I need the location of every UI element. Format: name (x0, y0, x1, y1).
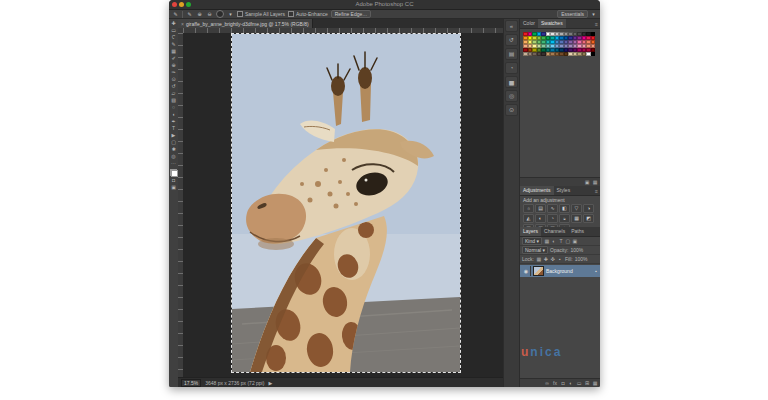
background-color-swatch[interactable] (171, 170, 178, 177)
type-tool-icon[interactable]: T (169, 125, 178, 132)
filter-smart-objects-icon[interactable]: ▣ (572, 238, 578, 245)
chevron-down-icon: ▾ (543, 247, 546, 253)
clone-source-panel-icon[interactable]: ⊙ (505, 104, 518, 116)
hand-tool-icon[interactable]: ✱ (169, 146, 178, 153)
exposure-icon[interactable]: ◧ (559, 204, 570, 213)
layer-visibility-eye-icon[interactable]: ◉ (522, 266, 531, 276)
zoom-tool-icon[interactable]: ◎ (169, 153, 178, 160)
blend-mode-dropdown[interactable]: Normal ▾ (522, 246, 548, 254)
history-panel-icon[interactable]: ↺ (505, 34, 518, 46)
brightness-contrast-icon[interactable]: ☼ (523, 204, 534, 213)
add-to-selection-icon[interactable]: ⊕ (196, 11, 203, 18)
tab-adjustments[interactable]: Adjustments (520, 186, 554, 195)
edit-toolbar-icon[interactable]: ⋯ (169, 160, 178, 167)
curves-icon[interactable]: ∿ (547, 204, 558, 213)
tab-paths[interactable]: Paths (568, 227, 587, 236)
layer-row-background[interactable]: ◉ Background ▪ (520, 265, 600, 277)
move-tool-icon[interactable]: ✚ (169, 20, 178, 27)
lock-position-icon[interactable]: ✜ (550, 256, 556, 263)
levels-icon[interactable]: ▤ (535, 204, 546, 213)
brush-dropdown-icon[interactable]: ▾ (227, 11, 234, 18)
workspace-dropdown-icon[interactable]: ▾ (590, 11, 597, 18)
color-lookup-icon[interactable]: ▦ (571, 214, 582, 223)
tab-swatches[interactable]: Swatches (538, 19, 566, 28)
shape-tool-icon[interactable]: ▢ (169, 139, 178, 146)
filter-shape-layers-icon[interactable]: ▢ (565, 238, 571, 245)
clone-stamp-tool-icon[interactable]: ⊙ (169, 76, 178, 83)
brush-size-picker[interactable] (216, 10, 224, 18)
panel-menu-icon[interactable]: ≡ (595, 21, 600, 27)
brush-tool-icon[interactable]: ✑ (169, 69, 178, 76)
filter-pixel-layers-icon[interactable]: ▦ (544, 238, 550, 245)
hue-saturation-icon[interactable]: ◑ (583, 204, 594, 213)
auto-enhance-checkbox[interactable]: Auto-Enhance (288, 11, 328, 17)
lasso-tool-icon[interactable]: Ϛ (169, 34, 178, 41)
document-tab[interactable]: × giraffe_by_anne_brightly-d3dfme.jpg @ … (178, 19, 313, 28)
black-white-icon[interactable]: ◐ (535, 214, 546, 223)
new-adjustment-layer-icon[interactable]: ◐ (568, 380, 574, 387)
quick-mask-mode-icon[interactable]: ◘ (169, 177, 178, 184)
invert-icon[interactable]: ◩ (583, 214, 594, 223)
tab-color[interactable]: Color (520, 19, 538, 28)
dock-strip: «↺▤◔▅◎⊙ (503, 19, 520, 387)
sample-all-layers-checkbox[interactable]: Sample All Layers (237, 11, 285, 17)
tab-styles[interactable]: Styles (554, 186, 574, 195)
lock-pixels-icon[interactable]: ✚ (543, 256, 549, 263)
subtract-from-selection-icon[interactable]: ⊖ (206, 11, 213, 18)
layer-mask-icon[interactable]: ◘ (560, 380, 566, 387)
color-balance-icon[interactable]: ◭ (523, 214, 534, 223)
new-layer-icon[interactable]: ⊞ (584, 380, 590, 387)
navigator-panel-icon[interactable]: ◎ (505, 90, 518, 102)
lock-transparency-icon[interactable]: ▦ (536, 256, 542, 263)
vibrance-icon[interactable]: ▽ (571, 204, 582, 213)
delete-swatch-icon[interactable]: ▦ (592, 179, 598, 186)
crop-tool-icon[interactable]: ▦ (169, 48, 178, 55)
history-brush-tool-icon[interactable]: ↺ (169, 83, 178, 90)
quick-selection-tool-icon[interactable]: ✎ (169, 41, 178, 48)
screen-mode-icon[interactable]: ▣ (169, 184, 178, 191)
eyedropper-tool-icon[interactable]: ✐ (169, 55, 178, 62)
eraser-tool-icon[interactable]: ▱ (169, 90, 178, 97)
status-bar: 17.5% 3648 px x 2736 px (72 ppi) ▶ (178, 377, 505, 387)
gradient-tool-icon[interactable]: ▨ (169, 97, 178, 104)
layer-thumbnail[interactable] (533, 266, 544, 276)
dodge-tool-icon[interactable]: ◖ (169, 111, 178, 118)
workspace-switcher[interactable]: Essentials (557, 10, 588, 18)
layer-lock-icon: ▪ (595, 268, 598, 274)
tab-layers[interactable]: Layers (520, 227, 541, 236)
delete-layer-icon[interactable]: ▦ (592, 380, 598, 387)
layer-filter-dropdown[interactable]: Kind ▾ (522, 237, 542, 245)
photo-filter-icon[interactable]: ◔ (547, 214, 558, 223)
opacity-value[interactable]: 100% (570, 247, 583, 253)
healing-brush-tool-icon[interactable]: ⊕ (169, 62, 178, 69)
link-layers-icon[interactable]: ∞ (544, 380, 550, 387)
blur-tool-icon[interactable]: ○ (169, 104, 178, 111)
tab-close-icon[interactable]: × (181, 21, 184, 27)
status-arrow-icon[interactable]: ▶ (268, 380, 272, 386)
fill-value[interactable]: 100% (575, 256, 588, 262)
canvas-image[interactable] (232, 34, 460, 372)
new-selection-icon[interactable]: ✎ (186, 11, 193, 18)
layer-effects-icon[interactable]: fx (552, 380, 558, 387)
expand-panels-icon[interactable]: « (505, 20, 518, 32)
histogram-panel-icon[interactable]: ▅ (505, 76, 518, 88)
swatches-panel: Color Swatches ≡ ▣▦ (520, 19, 600, 187)
info-panel-icon[interactable]: ◔ (505, 62, 518, 74)
panel-menu-icon[interactable]: ≡ (595, 188, 600, 194)
filter-adjustment-layers-icon[interactable]: ◐ (551, 238, 557, 245)
zoom-level-field[interactable]: 17.5% (181, 379, 201, 387)
pen-tool-icon[interactable]: ✒ (169, 118, 178, 125)
refine-edge-button[interactable]: Refine Edge… (331, 10, 372, 18)
tab-channels[interactable]: Channels (541, 227, 568, 236)
new-group-icon[interactable]: ▭ (576, 380, 582, 387)
filter-type-layers-icon[interactable]: T (558, 238, 564, 245)
active-tool-icon[interactable]: ✎ (172, 11, 179, 18)
color-swatch[interactable] (591, 52, 596, 56)
foreground-background-swatches[interactable] (170, 169, 178, 177)
path-selection-tool-icon[interactable]: ▶ (169, 132, 178, 139)
channel-mixer-icon[interactable]: ◒ (559, 214, 570, 223)
properties-panel-icon[interactable]: ▤ (505, 48, 518, 60)
new-swatch-icon[interactable]: ▣ (584, 179, 590, 186)
marquee-tool-icon[interactable]: ▭ (169, 27, 178, 34)
lock-all-icon[interactable]: ▪ (557, 256, 563, 263)
